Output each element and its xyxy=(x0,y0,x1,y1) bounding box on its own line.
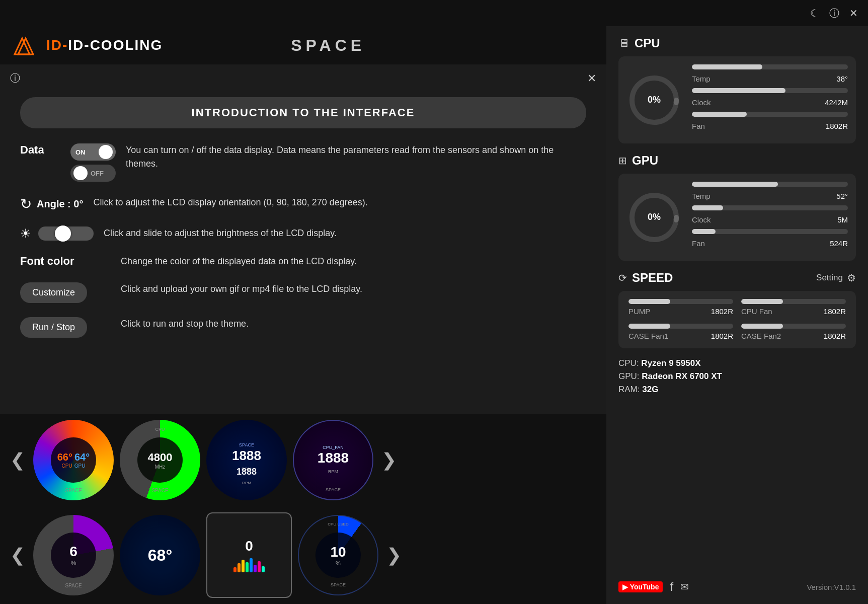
close-icon-titlebar[interactable]: ✕ xyxy=(849,7,858,19)
system-info: CPU: Ryzen 9 5950X GPU: Radeon RX 6700 X… xyxy=(618,358,856,398)
theme-6-center: 68° xyxy=(148,546,172,565)
system-gpu-row: GPU: Radeon RX 6700 XT xyxy=(618,371,856,382)
theme-7-center: 0 xyxy=(233,538,265,572)
logo-icon xyxy=(12,34,42,56)
theme-2-inner: 4800 MHz xyxy=(137,437,183,483)
pump-label-row: PUMP 1802R xyxy=(628,307,733,316)
casefan2-bar xyxy=(741,324,783,329)
theme-3-val2: 1888 xyxy=(236,467,257,477)
theme-5-label: SPACE xyxy=(65,583,82,588)
gpu-section-header: ⊞ GPU xyxy=(618,154,856,168)
theme-8-unit: % xyxy=(336,560,341,566)
cpufan-bar xyxy=(741,299,783,304)
theme-6[interactable]: 68° xyxy=(120,515,200,595)
fontcolor-description: Change the color of the displayed data o… xyxy=(121,255,586,268)
youtube-badge[interactable]: ▶ YouTube xyxy=(618,581,663,592)
gpu-icon: ⊞ xyxy=(618,155,627,167)
cpu-gauge: 0% xyxy=(626,72,682,128)
theme-4-rpm: RPM xyxy=(328,469,338,474)
toggle-group: ON OFF xyxy=(70,143,116,182)
app-header: ID-ID-COOLING SPACE xyxy=(0,26,606,64)
next-arrow-row2[interactable]: ❯ xyxy=(381,545,407,566)
cpu-temp-label: Temp xyxy=(692,74,717,83)
theme-4[interactable]: CPU_FAN 1888 RPM SPACE xyxy=(293,420,373,500)
gpu-temp-label: Temp xyxy=(692,192,717,200)
angle-control[interactable]: ↻ Angle : 0° xyxy=(20,196,83,212)
theme-5[interactable]: 6 % SPACE xyxy=(33,515,114,595)
theme-1[interactable]: 66° 64° CPU GPU SPACE xyxy=(33,420,114,500)
info-icon-titlebar[interactable]: ⓘ xyxy=(829,7,839,20)
rotate-icon: ↻ xyxy=(20,196,32,212)
theme-3[interactable]: SPACE 1888 RPM 1888 RPM xyxy=(206,420,287,500)
cpu-stats: Temp 38° Clock 4242M xyxy=(692,64,848,135)
theme-1-cpu-label: CPU xyxy=(62,463,72,469)
speed-title: SPEED xyxy=(632,271,673,285)
next-arrow-row1[interactable]: ❯ xyxy=(376,449,402,471)
setting-gear-icon[interactable]: ⚙ xyxy=(847,272,856,284)
gpu-clock-bar-row xyxy=(692,205,848,210)
runstop-button[interactable]: Run / Stop xyxy=(20,317,87,338)
theme-6-val: 68° xyxy=(148,546,172,564)
theme-5-unit: % xyxy=(71,560,76,567)
gpu-clock-value: 5M xyxy=(818,215,848,224)
angle-description: Click to adjust the LCD display orientat… xyxy=(93,196,586,209)
moon-icon[interactable]: ☾ xyxy=(810,7,819,19)
feature-row-runstop: Run / Stop Click to run and stop the the… xyxy=(20,317,586,338)
theme-3-val1: 1888 xyxy=(232,448,261,464)
prev-arrow-row1[interactable]: ❮ xyxy=(5,449,30,471)
speed-title-group: ⟳ SPEED xyxy=(618,271,673,285)
toggle-on[interactable]: ON xyxy=(70,143,116,161)
gpu-gauge: 0% xyxy=(626,190,682,245)
themes-row-2: ❮ 6 % SPACE 68° xyxy=(0,506,606,604)
cpu-title: CPU xyxy=(635,36,660,50)
facebook-icon[interactable]: f xyxy=(670,580,673,594)
theme-8[interactable]: 10 % SPACE CPU USED xyxy=(298,515,378,595)
theme-4-center: CPU_FAN 1888 RPM xyxy=(318,445,349,475)
right-sidebar: 🖥 CPU 0% Temp 38° xyxy=(606,26,868,604)
modal-close-button[interactable]: ✕ xyxy=(587,72,596,85)
cpu-clock-bar xyxy=(692,88,785,93)
theme-1-gpu: 64° xyxy=(74,451,90,463)
modal-info-icon[interactable]: ⓘ xyxy=(10,71,20,85)
version-text: Version:V1.0.1 xyxy=(807,583,856,591)
system-ram-row: RAM: 32G xyxy=(618,385,856,395)
theme-8-val: 10 xyxy=(330,544,346,560)
prev-arrow-row2[interactable]: ❮ xyxy=(5,545,30,566)
toggle-off[interactable]: OFF xyxy=(70,165,116,182)
theme-3-bottom: 1888 RPM xyxy=(236,467,257,486)
cpu-clock-value: 4242M xyxy=(818,98,848,107)
cpu-temp-bar xyxy=(692,64,762,69)
theme-7[interactable]: 0 xyxy=(206,512,292,598)
gpu-temp-value: 52° xyxy=(818,192,848,200)
theme-1-label: SPACE xyxy=(65,488,82,493)
theme-2-label: SPACE xyxy=(151,488,168,493)
gpu-clock-bar xyxy=(692,205,723,210)
casefan1-bar xyxy=(628,324,670,329)
pump-bar xyxy=(628,299,670,304)
brightness-slider[interactable] xyxy=(38,226,94,241)
theme-4-cpu-fan: CPU_FAN xyxy=(318,445,349,450)
gpu-fan-bar-row xyxy=(692,229,848,234)
cpu-fan-bar-row xyxy=(692,112,848,117)
system-cpu-label: CPU: xyxy=(618,358,639,368)
theme-4-label: SPACE xyxy=(326,487,341,492)
theme-3-top: SPACE xyxy=(239,439,254,448)
gpu-fan-value: 524R xyxy=(818,239,848,248)
brightness-knob xyxy=(55,225,71,242)
email-icon[interactable]: ✉ xyxy=(680,581,689,593)
theme-1-labels: CPU GPU xyxy=(62,463,86,469)
theme-3-label2: RPM xyxy=(242,481,251,485)
cpufan-value: 1802R xyxy=(824,307,846,316)
customize-button[interactable]: Customize xyxy=(20,282,87,303)
gpu-clock-bar-container xyxy=(692,205,848,210)
cpu-section-header: 🖥 CPU xyxy=(618,36,856,50)
cpu-clock-label: Clock xyxy=(692,98,717,107)
gpu-fan-label-row: Fan 524R xyxy=(692,239,848,248)
cpu-fan-label: Fan xyxy=(692,122,717,130)
theme-5-inner: 6 % xyxy=(51,533,96,578)
theme-2[interactable]: 4800 MHz SPACE CPU xyxy=(120,420,200,500)
cpu-fan-value: 1802R xyxy=(818,122,848,130)
theme-1-gpu-label: GPU xyxy=(74,463,86,469)
gpu-clock-label-row: Clock 5M xyxy=(692,215,848,224)
gpu-temp-bar-row xyxy=(692,182,848,187)
